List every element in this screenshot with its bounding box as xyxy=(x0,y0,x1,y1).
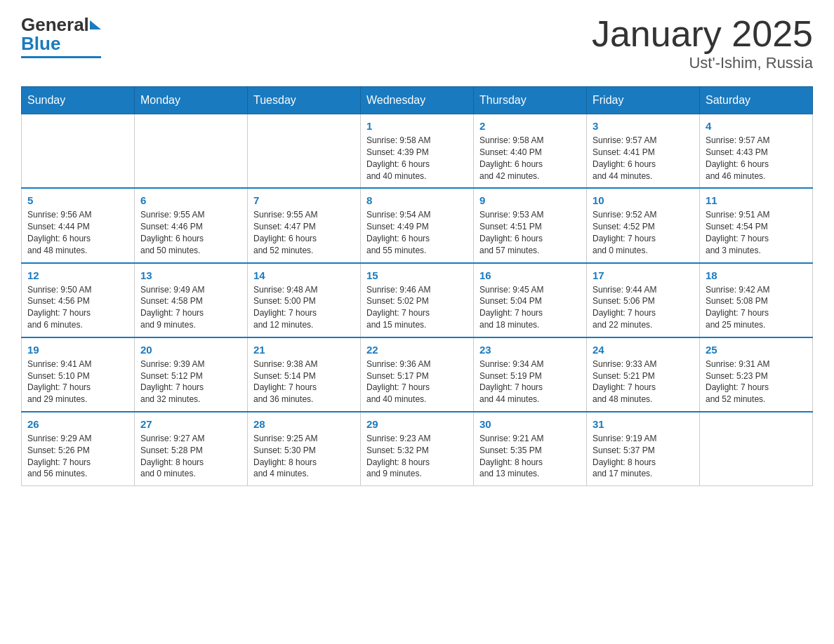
day-number: 1 xyxy=(366,120,468,132)
day-number: 29 xyxy=(366,418,468,430)
day-info: Sunrise: 9:58 AMSunset: 4:40 PMDaylight:… xyxy=(479,135,581,182)
day-info: Sunrise: 9:53 AMSunset: 4:51 PMDaylight:… xyxy=(479,209,581,256)
calendar-cell: 13Sunrise: 9:49 AMSunset: 4:58 PMDayligh… xyxy=(135,263,248,337)
calendar-cell: 10Sunrise: 9:52 AMSunset: 4:52 PMDayligh… xyxy=(587,188,700,262)
day-number: 18 xyxy=(706,269,807,281)
day-info: Sunrise: 9:56 AMSunset: 4:44 PMDaylight:… xyxy=(27,209,128,256)
logo-underline xyxy=(21,56,101,58)
calendar-subtitle: Ust'-Ishim, Russia xyxy=(592,54,813,72)
day-number: 17 xyxy=(593,269,694,281)
calendar-cell: 19Sunrise: 9:41 AMSunset: 5:10 PMDayligh… xyxy=(22,337,135,412)
calendar-day-header: Thursday xyxy=(474,87,587,114)
day-info: Sunrise: 9:48 AMSunset: 5:00 PMDaylight:… xyxy=(253,284,355,331)
calendar-cell: 22Sunrise: 9:36 AMSunset: 5:17 PMDayligh… xyxy=(361,337,474,412)
day-number: 27 xyxy=(140,418,241,430)
day-info: Sunrise: 9:54 AMSunset: 4:49 PMDaylight:… xyxy=(366,209,468,256)
calendar-header-row: SundayMondayTuesdayWednesdayThursdayFrid… xyxy=(22,87,813,114)
calendar-cell: 3Sunrise: 9:57 AMSunset: 4:41 PMDaylight… xyxy=(587,114,700,189)
day-info: Sunrise: 9:46 AMSunset: 5:02 PMDaylight:… xyxy=(366,284,468,331)
day-info: Sunrise: 9:36 AMSunset: 5:17 PMDaylight:… xyxy=(366,358,468,405)
day-info: Sunrise: 9:33 AMSunset: 5:21 PMDaylight:… xyxy=(593,358,694,405)
day-number: 3 xyxy=(593,120,694,132)
day-number: 20 xyxy=(140,344,241,356)
calendar-cell xyxy=(135,114,248,189)
calendar-cell: 26Sunrise: 9:29 AMSunset: 5:26 PMDayligh… xyxy=(22,412,135,486)
calendar-table: SundayMondayTuesdayWednesdayThursdayFrid… xyxy=(21,86,813,486)
calendar-title-area: January 2025 Ust'-Ishim, Russia xyxy=(592,14,813,72)
calendar-week-row: 26Sunrise: 9:29 AMSunset: 5:26 PMDayligh… xyxy=(22,412,813,486)
calendar-cell: 18Sunrise: 9:42 AMSunset: 5:08 PMDayligh… xyxy=(700,263,813,337)
calendar-cell: 6Sunrise: 9:55 AMSunset: 4:46 PMDaylight… xyxy=(135,188,248,262)
day-info: Sunrise: 9:38 AMSunset: 5:14 PMDaylight:… xyxy=(253,358,355,405)
day-number: 26 xyxy=(27,418,128,430)
day-info: Sunrise: 9:27 AMSunset: 5:28 PMDaylight:… xyxy=(140,433,241,480)
day-number: 7 xyxy=(253,194,355,206)
day-number: 28 xyxy=(253,418,355,430)
day-number: 9 xyxy=(479,194,581,206)
day-info: Sunrise: 9:55 AMSunset: 4:46 PMDaylight:… xyxy=(140,209,241,256)
calendar-week-row: 19Sunrise: 9:41 AMSunset: 5:10 PMDayligh… xyxy=(22,337,813,412)
day-info: Sunrise: 9:44 AMSunset: 5:06 PMDaylight:… xyxy=(593,284,694,331)
calendar-cell xyxy=(22,114,135,189)
day-info: Sunrise: 9:23 AMSunset: 5:32 PMDaylight:… xyxy=(366,433,468,480)
day-info: Sunrise: 9:21 AMSunset: 5:35 PMDaylight:… xyxy=(479,433,581,480)
calendar-week-row: 5Sunrise: 9:56 AMSunset: 4:44 PMDaylight… xyxy=(22,188,813,262)
calendar-day-header: Wednesday xyxy=(361,87,474,114)
calendar-cell: 7Sunrise: 9:55 AMSunset: 4:47 PMDaylight… xyxy=(248,188,361,262)
day-info: Sunrise: 9:57 AMSunset: 4:41 PMDaylight:… xyxy=(593,135,694,182)
calendar-cell: 31Sunrise: 9:19 AMSunset: 5:37 PMDayligh… xyxy=(587,412,700,486)
day-info: Sunrise: 9:57 AMSunset: 4:43 PMDaylight:… xyxy=(706,135,807,182)
calendar-cell: 28Sunrise: 9:25 AMSunset: 5:30 PMDayligh… xyxy=(248,412,361,486)
day-info: Sunrise: 9:25 AMSunset: 5:30 PMDaylight:… xyxy=(253,433,355,480)
page-header: General Blue January 2025 Ust'-Ishim, Ru… xyxy=(21,14,813,72)
calendar-cell: 1Sunrise: 9:58 AMSunset: 4:39 PMDaylight… xyxy=(361,114,474,189)
calendar-cell: 24Sunrise: 9:33 AMSunset: 5:21 PMDayligh… xyxy=(587,337,700,412)
calendar-cell: 23Sunrise: 9:34 AMSunset: 5:19 PMDayligh… xyxy=(474,337,587,412)
day-number: 16 xyxy=(479,269,581,281)
calendar-cell: 21Sunrise: 9:38 AMSunset: 5:14 PMDayligh… xyxy=(248,337,361,412)
day-info: Sunrise: 9:42 AMSunset: 5:08 PMDaylight:… xyxy=(706,284,807,331)
calendar-cell xyxy=(700,412,813,486)
day-number: 10 xyxy=(593,194,694,206)
day-info: Sunrise: 9:52 AMSunset: 4:52 PMDaylight:… xyxy=(593,209,694,256)
day-info: Sunrise: 9:51 AMSunset: 4:54 PMDaylight:… xyxy=(706,209,807,256)
day-number: 5 xyxy=(27,194,128,206)
day-number: 2 xyxy=(479,120,581,132)
calendar-cell: 9Sunrise: 9:53 AMSunset: 4:51 PMDaylight… xyxy=(474,188,587,262)
day-info: Sunrise: 9:39 AMSunset: 5:12 PMDaylight:… xyxy=(140,358,241,405)
calendar-title: January 2025 xyxy=(592,14,813,54)
calendar-cell: 11Sunrise: 9:51 AMSunset: 4:54 PMDayligh… xyxy=(700,188,813,262)
calendar-cell: 15Sunrise: 9:46 AMSunset: 5:02 PMDayligh… xyxy=(361,263,474,337)
calendar-cell: 30Sunrise: 9:21 AMSunset: 5:35 PMDayligh… xyxy=(474,412,587,486)
calendar-day-header: Friday xyxy=(587,87,700,114)
day-number: 15 xyxy=(366,269,468,281)
calendar-cell: 20Sunrise: 9:39 AMSunset: 5:12 PMDayligh… xyxy=(135,337,248,412)
day-number: 30 xyxy=(479,418,581,430)
calendar-cell: 2Sunrise: 9:58 AMSunset: 4:40 PMDaylight… xyxy=(474,114,587,189)
calendar-cell: 29Sunrise: 9:23 AMSunset: 5:32 PMDayligh… xyxy=(361,412,474,486)
calendar-day-header: Monday xyxy=(135,87,248,114)
logo-blue-text: Blue xyxy=(21,33,60,55)
day-number: 8 xyxy=(366,194,468,206)
calendar-cell: 4Sunrise: 9:57 AMSunset: 4:43 PMDaylight… xyxy=(700,114,813,189)
day-info: Sunrise: 9:50 AMSunset: 4:56 PMDaylight:… xyxy=(27,284,128,331)
logo-arrow-icon xyxy=(90,20,101,29)
day-info: Sunrise: 9:31 AMSunset: 5:23 PMDaylight:… xyxy=(706,358,807,405)
calendar-cell: 8Sunrise: 9:54 AMSunset: 4:49 PMDaylight… xyxy=(361,188,474,262)
calendar-cell: 12Sunrise: 9:50 AMSunset: 4:56 PMDayligh… xyxy=(22,263,135,337)
day-number: 19 xyxy=(27,344,128,356)
day-number: 24 xyxy=(593,344,694,356)
calendar-cell: 27Sunrise: 9:27 AMSunset: 5:28 PMDayligh… xyxy=(135,412,248,486)
calendar-week-row: 1Sunrise: 9:58 AMSunset: 4:39 PMDaylight… xyxy=(22,114,813,189)
day-number: 25 xyxy=(706,344,807,356)
calendar-day-header: Saturday xyxy=(700,87,813,114)
calendar-cell: 17Sunrise: 9:44 AMSunset: 5:06 PMDayligh… xyxy=(587,263,700,337)
day-info: Sunrise: 9:45 AMSunset: 5:04 PMDaylight:… xyxy=(479,284,581,331)
day-number: 6 xyxy=(140,194,241,206)
day-info: Sunrise: 9:29 AMSunset: 5:26 PMDaylight:… xyxy=(27,433,128,480)
calendar-cell xyxy=(248,114,361,189)
day-number: 12 xyxy=(27,269,128,281)
day-number: 23 xyxy=(479,344,581,356)
calendar-cell: 14Sunrise: 9:48 AMSunset: 5:00 PMDayligh… xyxy=(248,263,361,337)
day-info: Sunrise: 9:58 AMSunset: 4:39 PMDaylight:… xyxy=(366,135,468,182)
